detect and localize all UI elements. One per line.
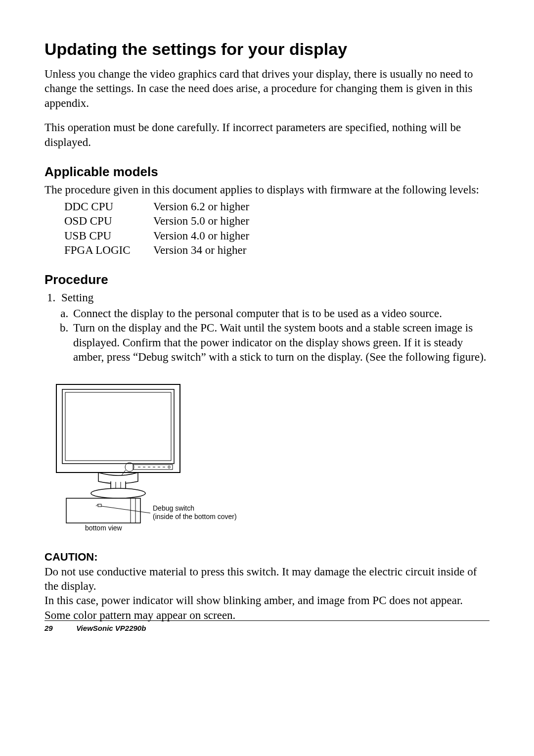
firmware-version: Version 34 or higher [153, 243, 246, 257]
monitor-diagram: Debug switch (inside of the bottom cover… [51, 379, 269, 533]
footer-page-number: 29 [44, 624, 74, 632]
caution-heading: CAUTION: [44, 551, 490, 564]
firmware-row: FPGA LOGIC Version 34 or higher [64, 243, 490, 257]
figure-label-inside: (inside of the bottom cover) [153, 513, 237, 520]
procedure-step-title: Setting [61, 291, 93, 304]
firmware-row: OSD CPU Version 5.0 or higher [64, 214, 490, 228]
firmware-name: DDC CPU [64, 199, 153, 214]
procedure-sublist: Connect the display to the personal comp… [61, 306, 490, 365]
firmware-version: Version 5.0 or higher [153, 214, 249, 228]
procedure-step-1: Setting Connect the display to the perso… [58, 290, 490, 364]
procedure-substep-b: Turn on the display and the PC. Wait unt… [71, 321, 490, 364]
firmware-row: USB CPU Version 4.0 or higher [64, 229, 490, 243]
section-heading-procedure: Procedure [44, 272, 490, 287]
intro-paragraph-1: Unless you change the video graphics car… [44, 67, 490, 110]
svg-point-15 [91, 488, 145, 498]
intro-paragraph-2: This operation must be done carefully. I… [44, 120, 490, 149]
section-heading-models: Applicable models [44, 164, 490, 180]
firmware-name: FPGA LOGIC [64, 243, 153, 257]
page-title: Updating the settings for your display [44, 40, 490, 59]
figure-label-debug-switch: Debug switch [153, 504, 194, 512]
caution-line-1: Do not use conductive material to press … [44, 565, 490, 594]
procedure-list: Setting Connect the display to the perso… [44, 290, 490, 364]
firmware-version: Version 6.2 or higher [153, 199, 249, 214]
svg-rect-16 [66, 498, 140, 523]
firmware-name: USB CPU [64, 229, 153, 243]
svg-rect-19 [98, 504, 101, 507]
models-intro: The procedure given in this document app… [44, 183, 490, 197]
firmware-name: OSD CPU [64, 214, 153, 228]
firmware-row: DDC CPU Version 6.2 or higher [64, 199, 490, 214]
svg-point-10 [168, 466, 170, 468]
caution-line-2: In this case, power indicator will show … [44, 593, 490, 608]
svg-rect-2 [65, 392, 171, 461]
firmware-table: DDC CPU Version 6.2 or higher OSD CPU Ve… [64, 199, 490, 258]
firmware-version: Version 4.0 or higher [153, 229, 249, 243]
footer-model: VP2290b [115, 624, 146, 632]
figure-label-bottom-view: bottom view [85, 524, 123, 532]
footer-brand: ViewSonic [76, 624, 113, 632]
page-footer: 29 ViewSonic VP2290b [44, 620, 490, 632]
caution-text: Do not use conductive material to press … [44, 565, 490, 623]
figure-debug-switch: Debug switch (inside of the bottom cover… [51, 379, 490, 536]
procedure-substep-a: Connect the display to the personal comp… [71, 306, 490, 321]
